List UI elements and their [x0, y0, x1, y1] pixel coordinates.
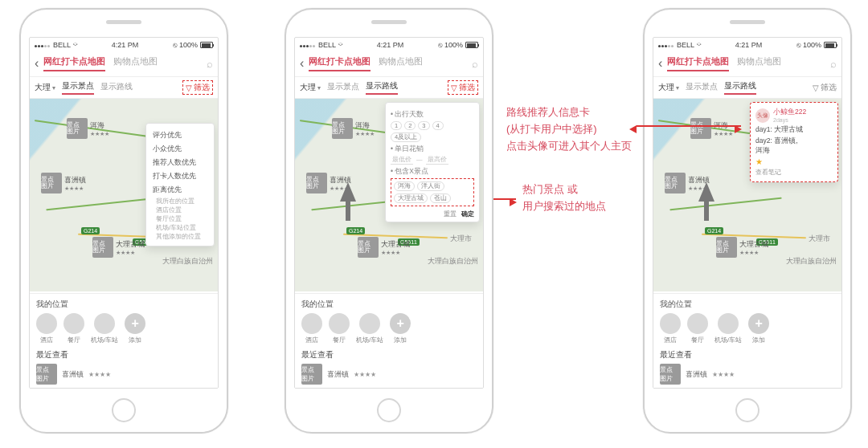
avatar[interactable]: 头像	[755, 108, 770, 123]
sort-opt[interactable]: 小众优先	[153, 142, 207, 156]
hwy-sign: G214	[81, 227, 100, 234]
cat-restaurant[interactable]: 餐厅	[63, 313, 84, 344]
location-dropdown[interactable]: 大理	[300, 82, 321, 93]
search-icon[interactable]: ⌕	[472, 58, 478, 70]
chip-day[interactable]: 4	[432, 121, 444, 130]
status-bar: BELL⌔ 4:21 PM ⎋100%	[295, 38, 483, 52]
map-canvas[interactable]: G214 G5611 景点 图片 洱海★★★★ 景点 图片 喜洲镇★★★★ 景点…	[295, 99, 483, 291]
tab-popular-map[interactable]: 网红打卡点地图	[43, 55, 105, 71]
show-route-toggle[interactable]: 显示路线	[724, 80, 756, 95]
sort-sub[interactable]: 机场/车站位置	[153, 223, 207, 232]
location-dropdown[interactable]: 大理	[658, 82, 679, 93]
reset-button[interactable]: 重置	[444, 210, 457, 218]
funnel-icon: ▽	[813, 83, 819, 92]
status-bar: BELL ⌔ 4:21 PM ⎋ 100%	[30, 38, 218, 52]
poi-erhai[interactable]: 景点 图片 洱海★★★★	[690, 118, 733, 139]
recent-item[interactable]: 景点 图片 喜洲镇 ★★★★	[301, 364, 477, 385]
spot-chips-highlight: 洱海 洋人街 大理古城 苍山	[391, 178, 474, 206]
tab-shopping-map[interactable]: 购物点地图	[737, 55, 781, 71]
show-route-toggle[interactable]: 显示路线	[100, 81, 133, 94]
cat-restaurant[interactable]: 餐厅	[687, 313, 708, 344]
cost-min-input[interactable]: 最低价	[391, 156, 413, 165]
view-notes-link[interactable]: 查看笔记	[755, 168, 833, 177]
chip-spot[interactable]: 大理古城	[394, 193, 428, 203]
cost-max-input[interactable]: 最高价	[426, 156, 448, 165]
poi-erhai[interactable]: 景点 图片 洱海 ★★★★	[67, 118, 109, 139]
battery-icon	[200, 42, 213, 48]
city-label: 大理白族自治州	[162, 256, 213, 267]
phone-2: BELL⌔ 4:21 PM ⎋100% ‹ 网红打卡点地图 购物点地图 ⌕ 大理…	[285, 8, 493, 434]
phone-1: BELL ⌔ 4:21 PM ⎋ 100% ‹ 网红打卡点地图 购物点地图 ⌕	[19, 8, 228, 434]
funnel-icon: ▽	[186, 83, 192, 92]
poi-erhai[interactable]: 景点 图片 洱海★★★★	[332, 118, 375, 139]
search-icon[interactable]: ⌕	[830, 58, 837, 70]
back-icon[interactable]: ‹	[300, 56, 304, 71]
chip-spot[interactable]: 洋人街	[417, 181, 444, 191]
chip-spot[interactable]: 苍山	[430, 193, 451, 203]
user-name: 小鲸鱼222	[773, 108, 806, 117]
sort-opt[interactable]: 推荐人数优先	[153, 156, 207, 169]
map-canvas[interactable]: G214 G5611 景点 图片 洱海 ★★★★ 景点 图片 喜洲镇 ★★★★ …	[30, 99, 218, 291]
cat-restaurant[interactable]: 餐厅	[329, 313, 350, 344]
cat-hotel[interactable]: 酒店	[301, 313, 322, 344]
poi-xizhou[interactable]: 景点 图片 喜洲镇 ★★★★	[41, 173, 86, 193]
sort-opt[interactable]: 评分优先	[153, 128, 207, 142]
poi-dali-old[interactable]: 景点 图片 大理古城 ★★★★	[92, 237, 145, 258]
cat-add[interactable]: +添加	[390, 313, 411, 344]
annotation-arrow	[493, 198, 516, 200]
cat-station[interactable]: 机场/车站	[714, 313, 742, 344]
chip-day[interactable]: 2	[404, 121, 416, 130]
carrier-label: BELL	[53, 41, 71, 49]
chip-day[interactable]: 3	[418, 121, 429, 130]
home-button[interactable]	[377, 398, 401, 422]
search-icon[interactable]: ⌕	[207, 58, 213, 70]
sort-sub[interactable]: 酒店位置	[153, 206, 207, 214]
sort-opt[interactable]: 打卡人数优先	[153, 169, 207, 183]
cat-station[interactable]: 机场/车站	[356, 313, 383, 344]
show-spots-toggle[interactable]: 显示景点	[686, 81, 718, 94]
tab-shopping-map[interactable]: 购物点地图	[379, 55, 423, 71]
filter-popover: • 出行天数 1 2 3 4 4及以上 • 单日花销 最低价— 最高价 • 包含…	[385, 102, 480, 222]
cat-hotel[interactable]: 酒店	[660, 313, 681, 344]
poi-dali-old[interactable]: 景点 图片 大理古城★★★★	[716, 237, 768, 258]
show-spots-toggle[interactable]: 显示景点	[62, 80, 94, 95]
tab-popular-map[interactable]: 网红打卡点地图	[309, 55, 371, 71]
star-icon[interactable]: ★	[755, 157, 833, 166]
sort-sub[interactable]: 餐厅位置	[153, 214, 207, 223]
poi-thumb-icon: 景点 图片	[41, 173, 62, 193]
chip-spot[interactable]: 洱海	[394, 181, 415, 191]
chip-day[interactable]: 4及以上	[391, 132, 421, 142]
sort-sub[interactable]: 其他添加的位置	[153, 232, 207, 241]
poi-thumb-icon: 景点 图片	[67, 118, 88, 139]
cat-hotel[interactable]: 酒店	[36, 313, 57, 344]
map-canvas[interactable]: G214 G5611 景点 图片 洱海★★★★ 景点 图片 喜洲镇★★★★ 景点…	[653, 99, 841, 291]
recent-item[interactable]: 景点 图片 喜洲镇 ★★★★	[660, 364, 835, 385]
route-user-card[interactable]: 头像 小鲸鱼222 2days day1: 大理古城 day2: 喜洲镇, 洱海…	[750, 102, 838, 182]
show-spots-toggle[interactable]: 显示景点	[327, 81, 359, 94]
cat-add[interactable]: +添加	[748, 313, 769, 344]
filter-button[interactable]: ▽筛选	[448, 80, 478, 95]
show-route-toggle[interactable]: 显示路线	[366, 80, 398, 95]
annotation-arrow	[637, 125, 741, 127]
home-button[interactable]	[112, 398, 136, 422]
cat-add[interactable]: +添加	[125, 313, 145, 344]
confirm-button[interactable]: 确定	[461, 210, 474, 218]
back-icon[interactable]: ‹	[658, 56, 662, 71]
poi-thumb-icon: 景点 图片	[36, 364, 57, 385]
annotation-hot-spots: 热门景点 或 用户搜索过的地点	[522, 181, 606, 215]
filter-button[interactable]: ▽筛选	[813, 82, 837, 93]
poi-dali-old[interactable]: 景点 图片 大理古城★★★★	[358, 237, 410, 258]
tab-popular-map[interactable]: 网红打卡点地图	[667, 55, 729, 71]
sort-opt[interactable]: 距离优先	[153, 183, 207, 197]
filter-button[interactable]: ▽ 筛选	[182, 80, 213, 95]
chip-day[interactable]: 1	[391, 121, 402, 130]
location-dropdown[interactable]: 大理	[35, 82, 55, 93]
tab-shopping-map[interactable]: 购物点地图	[113, 55, 158, 71]
cat-station[interactable]: 机场/车站	[91, 313, 118, 344]
annotation-user-card: 路线推荐人信息卡 (从打卡用户中选择) 点击头像可进入其个人主页	[506, 104, 632, 154]
sort-sub[interactable]: 我所在的位置	[153, 197, 207, 206]
wifi-icon: ⌔	[73, 41, 77, 49]
home-button[interactable]	[735, 398, 760, 422]
recent-item[interactable]: 景点 图片 喜洲镇 ★★★★	[36, 364, 211, 385]
back-icon[interactable]: ‹	[35, 56, 39, 71]
